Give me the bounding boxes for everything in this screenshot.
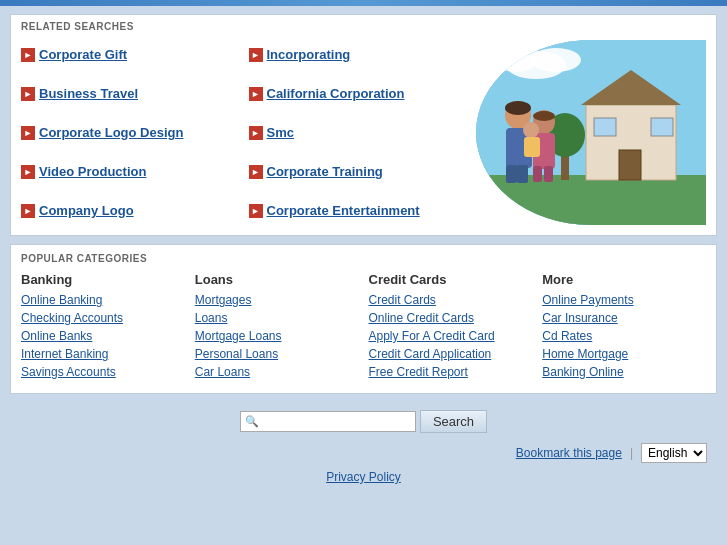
svg-rect-18 — [533, 166, 542, 182]
link-online-payments[interactable]: Online Payments — [542, 293, 706, 307]
family-illustration-svg — [476, 40, 706, 225]
search-arrow-icon: ► — [249, 126, 263, 140]
link-company-logo[interactable]: Company Logo — [39, 203, 134, 218]
family-scene-illustration — [476, 40, 706, 225]
search-link-item: ► Company Logo — [21, 196, 239, 225]
link-incorporating[interactable]: Incorporating — [267, 47, 351, 62]
related-searches-header: RELATED SEARCHES — [11, 15, 716, 36]
link-banking-online[interactable]: Banking Online — [542, 365, 706, 379]
link-corporate-entertainment[interactable]: Corporate Entertainment — [267, 203, 420, 218]
svg-point-2 — [531, 48, 581, 72]
link-online-banks[interactable]: Online Banks — [21, 329, 185, 343]
footer-bar: Bookmark this page | English — [10, 441, 717, 465]
search-input-wrapper: 🔍 — [240, 411, 416, 432]
category-title-credit-cards: Credit Cards — [369, 272, 533, 287]
link-checking-accounts[interactable]: Checking Accounts — [21, 311, 185, 325]
link-corporate-logo-design[interactable]: Corporate Logo Design — [39, 125, 183, 140]
link-personal-loans[interactable]: Personal Loans — [195, 347, 359, 361]
link-internet-banking[interactable]: Internet Banking — [21, 347, 185, 361]
link-mortgages[interactable]: Mortgages — [195, 293, 359, 307]
search-link-item: ► Corporate Logo Design — [21, 118, 239, 147]
link-california-corporation[interactable]: California Corporation — [267, 86, 405, 101]
main-wrapper: RELATED SEARCHES ► Corporate Gift ► Inco… — [0, 6, 727, 500]
svg-rect-19 — [544, 166, 553, 182]
search-arrow-icon: ► — [249, 48, 263, 62]
search-button[interactable]: Search — [420, 410, 487, 433]
link-online-credit-cards[interactable]: Online Credit Cards — [369, 311, 533, 325]
link-smc[interactable]: Smc — [267, 125, 294, 140]
search-arrow-icon: ► — [21, 126, 35, 140]
search-arrow-icon: ► — [21, 204, 35, 218]
search-link-item: ► Corporate Training — [249, 157, 467, 186]
popular-categories-box: POPULAR CATEGORIES Banking Online Bankin… — [10, 244, 717, 394]
search-bar-section: 🔍 Search — [10, 402, 717, 441]
search-link-item: ► Corporate Gift — [21, 40, 239, 69]
popular-categories-header: POPULAR CATEGORIES — [21, 253, 706, 264]
link-video-production[interactable]: Video Production — [39, 164, 146, 179]
link-free-credit-report[interactable]: Free Credit Report — [369, 365, 533, 379]
related-searches-content: ► Corporate Gift ► Incorporating ► Busin… — [11, 36, 716, 235]
category-title-loans: Loans — [195, 272, 359, 287]
search-arrow-icon: ► — [21, 87, 35, 101]
svg-rect-8 — [594, 118, 616, 136]
svg-rect-14 — [506, 165, 517, 183]
search-form: 🔍 Search — [240, 410, 487, 433]
pipe-divider: | — [630, 446, 633, 460]
svg-point-3 — [496, 52, 536, 72]
categories-grid: Banking Online Banking Checking Accounts… — [21, 272, 706, 383]
link-mortgage-loans[interactable]: Mortgage Loans — [195, 329, 359, 343]
bookmark-link[interactable]: Bookmark this page — [516, 446, 622, 460]
category-title-more: More — [542, 272, 706, 287]
related-searches-box: RELATED SEARCHES ► Corporate Gift ► Inco… — [10, 14, 717, 236]
link-car-insurance[interactable]: Car Insurance — [542, 311, 706, 325]
search-link-item: ► Corporate Entertainment — [249, 196, 467, 225]
link-credit-card-application[interactable]: Credit Card Application — [369, 347, 533, 361]
svg-rect-9 — [651, 118, 673, 136]
svg-point-22 — [505, 101, 531, 115]
search-link-item: ► Incorporating — [249, 40, 467, 69]
svg-point-20 — [523, 122, 539, 138]
related-searches-links: ► Corporate Gift ► Incorporating ► Busin… — [21, 40, 476, 225]
svg-rect-15 — [517, 165, 528, 183]
privacy-policy-link[interactable]: Privacy Policy — [326, 470, 401, 484]
search-arrow-icon: ► — [21, 165, 35, 179]
link-loans[interactable]: Loans — [195, 311, 359, 325]
language-select[interactable]: English — [641, 443, 707, 463]
search-arrow-icon: ► — [21, 48, 35, 62]
search-link-item: ► California Corporation — [249, 79, 467, 108]
svg-point-23 — [533, 111, 555, 121]
search-arrow-icon: ► — [249, 165, 263, 179]
link-business-travel[interactable]: Business Travel — [39, 86, 138, 101]
link-savings-accounts[interactable]: Savings Accounts — [21, 365, 185, 379]
category-title-banking: Banking — [21, 272, 185, 287]
link-car-loans[interactable]: Car Loans — [195, 365, 359, 379]
link-corporate-gift[interactable]: Corporate Gift — [39, 47, 127, 62]
svg-rect-7 — [619, 150, 641, 180]
search-link-item: ► Smc — [249, 118, 467, 147]
search-arrow-icon: ► — [249, 204, 263, 218]
category-column-more: More Online Payments Car Insurance Cd Ra… — [542, 272, 706, 383]
category-column-loans: Loans Mortgages Loans Mortgage Loans Per… — [195, 272, 359, 383]
search-link-item: ► Video Production — [21, 157, 239, 186]
related-searches-image — [476, 40, 706, 225]
link-corporate-training[interactable]: Corporate Training — [267, 164, 383, 179]
search-arrow-icon: ► — [249, 87, 263, 101]
link-home-mortgage[interactable]: Home Mortgage — [542, 347, 706, 361]
link-credit-cards[interactable]: Credit Cards — [369, 293, 533, 307]
category-column-banking: Banking Online Banking Checking Accounts… — [21, 272, 185, 383]
link-online-banking[interactable]: Online Banking — [21, 293, 185, 307]
link-cd-rates[interactable]: Cd Rates — [542, 329, 706, 343]
search-icon: 🔍 — [245, 415, 259, 428]
category-column-credit-cards: Credit Cards Credit Cards Online Credit … — [369, 272, 533, 383]
link-apply-credit-card[interactable]: Apply For A Credit Card — [369, 329, 533, 343]
search-link-item: ► Business Travel — [21, 79, 239, 108]
svg-rect-21 — [524, 137, 540, 157]
search-input[interactable] — [261, 414, 411, 429]
privacy-policy-section: Privacy Policy — [10, 465, 717, 492]
